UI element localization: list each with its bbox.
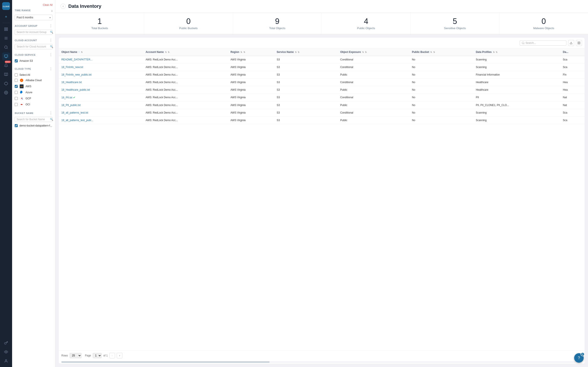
cell-exposure: Public <box>338 86 409 93</box>
alerts-icon[interactable]: 9999+ <box>2 61 10 69</box>
table-search-input[interactable] <box>526 42 564 44</box>
bucket-name-input[interactable] <box>17 118 49 121</box>
col-sort-icon[interactable]: ⇅ <box>165 51 167 53</box>
cell-region: AWS Virginia <box>228 86 274 93</box>
scrollbar-thumb[interactable] <box>61 361 269 363</box>
download-button[interactable] <box>568 40 574 46</box>
book-icon[interactable] <box>2 71 10 78</box>
next-page-button[interactable]: › <box>117 353 122 358</box>
user-icon[interactable] <box>2 357 10 365</box>
account-group-search[interactable]: 🔍 <box>15 30 52 35</box>
bucket-item[interactable]: demo-bucket-datapattern-f... <box>15 123 52 128</box>
col-resize-icon-public[interactable]: ⇅ <box>433 51 435 53</box>
cloud-account-menu-icon[interactable]: ⋮ <box>49 38 52 42</box>
table-row: 18_Healthcare_public.txt AWS: RedLock De… <box>59 86 585 93</box>
eye-icon[interactable] <box>2 348 10 356</box>
col-object-exposure[interactable]: Object Exposure ⇅ ⇅ <box>338 48 409 56</box>
cloud-type-select-all[interactable]: Select All <box>15 73 52 77</box>
col-service-name[interactable]: Service Name ⇅ ⇅ <box>274 48 338 56</box>
col-resize-icon-2[interactable]: ⇅ <box>168 51 170 53</box>
col-sort-icon-region[interactable]: ⇅ <box>240 51 242 53</box>
cell-service: S3 <box>274 71 338 78</box>
col-resize-icon-service[interactable]: ⇅ <box>298 51 299 53</box>
time-range-info-icon[interactable]: ℹ <box>52 9 52 13</box>
col-object-name[interactable]: Object Name ↑ ⇅ <box>59 48 143 56</box>
azure-icon <box>19 90 24 95</box>
account-group-menu-icon[interactable]: ⋮ <box>49 24 52 28</box>
cloud-type-header: CLOUD TYPE ⋮ <box>15 67 52 71</box>
cell-account-name: AWS: RedLock Demo Acc... <box>143 109 228 116</box>
cloud-type-azure-checkbox[interactable] <box>15 91 18 94</box>
cloud-type-gcp[interactable]: GCP <box>15 95 52 101</box>
cell-service: S3 <box>274 109 338 116</box>
col-region[interactable]: Region ⇅ ⇅ <box>228 48 274 56</box>
object-name-link[interactable]: 18_FinInfo_new.txt <box>61 66 83 69</box>
time-range-select[interactable]: Past 6 months ▾ <box>15 15 52 20</box>
col-resize-icon-profiles[interactable]: ⇅ <box>496 51 497 53</box>
col-public-bucket[interactable]: Public Bucket ⇅ ⇅ <box>409 48 473 56</box>
alibaba-icon: A <box>19 78 24 83</box>
cloud-account-input[interactable] <box>17 45 49 48</box>
cloud-type-alibaba-checkbox[interactable] <box>15 79 18 82</box>
total-objects-number: 9 <box>237 17 317 26</box>
settings-icon[interactable] <box>2 89 10 97</box>
prev-page-button[interactable]: ‹ <box>109 353 115 358</box>
object-name-link[interactable]: 18_Healthcare.txt <box>61 81 82 84</box>
col-resize-icon[interactable]: ⇅ <box>81 51 83 53</box>
add-button[interactable]: + <box>2 13 10 21</box>
table-search-icon <box>522 42 525 44</box>
horizontal-scrollbar[interactable] <box>59 360 585 364</box>
cloud-type-select-all-checkbox[interactable] <box>15 73 18 76</box>
col-sort-icon-exposure[interactable]: ⇅ <box>362 51 364 53</box>
col-extra[interactable]: Da... <box>560 48 585 56</box>
cloud-type-gcp-checkbox[interactable] <box>15 97 18 100</box>
bucket-name-menu-icon[interactable]: ⋮ <box>49 111 52 115</box>
search-icon[interactable] <box>2 43 10 51</box>
cloud-type-oci-checkbox[interactable] <box>15 103 18 106</box>
dashboard-icon[interactable] <box>2 25 10 33</box>
object-name-link[interactable]: README_DATAPATTER... <box>61 58 93 61</box>
account-group-input[interactable] <box>17 31 49 34</box>
cloud-type-aws-checkbox[interactable] <box>15 85 18 88</box>
col-resize-icon-region[interactable]: ⇅ <box>243 51 245 53</box>
rows-per-page-select[interactable]: 25 10 50 100 <box>69 353 81 358</box>
inventory-icon[interactable] <box>2 52 10 60</box>
object-name-link[interactable]: 18_all_patterns_test_publ... <box>61 119 93 122</box>
object-name-link[interactable]: 18_PII.txt ✔ <box>61 96 76 99</box>
network-icon[interactable] <box>2 80 10 87</box>
col-resize-icon-exposure[interactable]: ⇅ <box>365 51 367 53</box>
cloud-type-azure[interactable]: Azure <box>15 89 52 95</box>
cell-object-name: 18_PII.txt ✔ <box>59 93 143 101</box>
col-sort-icon-public[interactable]: ⇅ <box>430 51 432 53</box>
table-search[interactable] <box>520 40 566 46</box>
page-select[interactable]: 1 <box>93 353 102 358</box>
cloud-type-alibaba[interactable]: A Alibaba Cloud <box>15 77 52 83</box>
object-name-link[interactable]: 18_PII_public.txt <box>61 104 81 107</box>
cloud-account-search[interactable]: 🔍 <box>15 44 52 49</box>
object-name-link[interactable]: 18_all_patterns_test.txt <box>61 111 88 114</box>
collapse-panel-button[interactable]: ‹ <box>61 4 66 9</box>
col-sort-icon-profiles[interactable]: ⇅ <box>493 51 495 53</box>
object-name-link[interactable]: 18_Healthcare_public.txt <box>61 88 90 91</box>
bucket-item-checkbox[interactable] <box>15 124 18 127</box>
col-data-profiles-label: Data Profiles <box>476 50 492 54</box>
columns-button[interactable] <box>576 40 582 46</box>
clear-all-button[interactable]: Clear All <box>43 3 52 7</box>
cloud-service-item[interactable]: Amazon S3 <box>15 58 52 63</box>
cloud-service-menu-icon[interactable]: ⋮ <box>49 53 52 57</box>
col-account-name[interactable]: Account Name ⇅ ⇅ <box>143 48 228 56</box>
bucket-name-search[interactable]: 🔍 <box>15 117 52 122</box>
key-icon[interactable] <box>2 339 10 347</box>
cloud-service-checkbox[interactable] <box>15 59 18 62</box>
object-name-link[interactable]: 18_FinInfo_new_public.txt <box>61 73 91 76</box>
col-sort-icon-service[interactable]: ⇅ <box>295 51 297 53</box>
help-button[interactable]: 6 ? <box>574 353 584 363</box>
cloud-type-aws[interactable]: AWS AWS <box>15 83 52 89</box>
cloud-type-oci[interactable]: OCI <box>15 101 52 108</box>
col-region-label: Region <box>230 50 239 54</box>
bucket-name-section: BUCKET NAME ⋮ 🔍 demo-bucket-datapattern-… <box>15 111 52 128</box>
cloud-type-menu-icon[interactable]: ⋮ <box>49 67 52 71</box>
list-icon[interactable] <box>2 34 10 42</box>
col-data-profiles[interactable]: Data Profiles ⇅ ⇅ <box>473 48 560 56</box>
svg-point-15 <box>6 92 7 93</box>
